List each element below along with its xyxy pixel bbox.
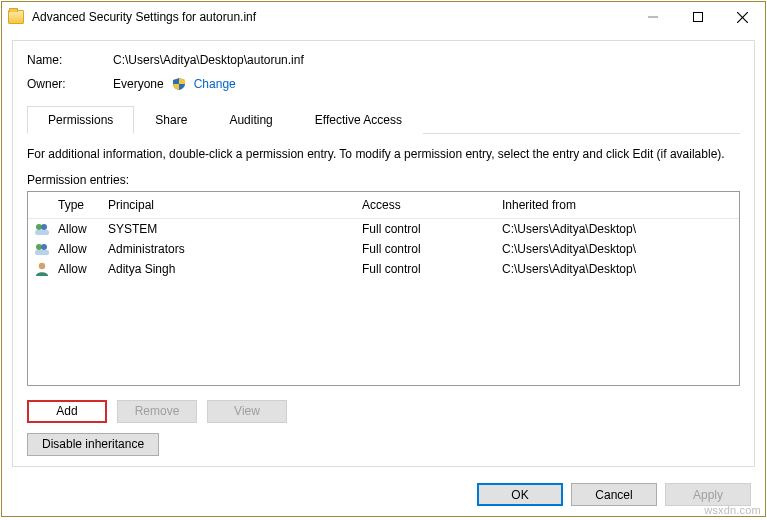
- remove-button[interactable]: Remove: [117, 400, 197, 423]
- table-row[interactable]: Allow Aditya Singh Full control C:\Users…: [28, 259, 739, 279]
- cell-access: Full control: [362, 222, 502, 236]
- svg-point-10: [39, 263, 45, 269]
- maximize-button[interactable]: [675, 3, 720, 31]
- folder-icon: [8, 10, 24, 24]
- info-text: For additional information, double-click…: [27, 146, 740, 163]
- col-principal[interactable]: Principal: [108, 198, 362, 212]
- col-type[interactable]: Type: [58, 198, 108, 212]
- tabs: Permissions Share Auditing Effective Acc…: [27, 105, 740, 134]
- svg-rect-6: [35, 230, 49, 235]
- svg-point-5: [41, 224, 47, 230]
- cell-inherited: C:\Users\Aditya\Desktop\: [502, 262, 733, 276]
- table-row[interactable]: Allow SYSTEM Full control C:\Users\Adity…: [28, 219, 739, 239]
- svg-rect-9: [35, 250, 49, 255]
- window-title: Advanced Security Settings for autorun.i…: [32, 10, 630, 24]
- cell-principal: Administrators: [108, 242, 362, 256]
- svg-point-8: [41, 244, 47, 250]
- owner-value: Everyone: [113, 77, 164, 91]
- minimize-button[interactable]: [630, 3, 675, 31]
- content-panel: Name: C:\Users\Aditya\Desktop\autorun.in…: [12, 40, 755, 467]
- name-value: C:\Users\Aditya\Desktop\autorun.inf: [113, 53, 304, 67]
- cell-principal: Aditya Singh: [108, 262, 362, 276]
- grid-header: Type Principal Access Inherited from: [28, 192, 739, 219]
- name-label: Name:: [27, 53, 113, 67]
- cell-type: Allow: [58, 262, 108, 276]
- disable-inheritance-button[interactable]: Disable inheritance: [27, 433, 159, 456]
- cell-type: Allow: [58, 242, 108, 256]
- view-button[interactable]: View: [207, 400, 287, 423]
- cell-inherited: C:\Users\Aditya\Desktop\: [502, 222, 733, 236]
- svg-rect-1: [693, 13, 702, 22]
- table-row[interactable]: Allow Administrators Full control C:\Use…: [28, 239, 739, 259]
- tab-effective-access[interactable]: Effective Access: [294, 106, 423, 134]
- change-owner-link[interactable]: Change: [194, 77, 236, 91]
- cell-access: Full control: [362, 262, 502, 276]
- close-button[interactable]: [720, 3, 765, 31]
- owner-row: Owner: Everyone Change: [27, 77, 740, 91]
- col-inherited[interactable]: Inherited from: [502, 198, 733, 212]
- permission-entries-label: Permission entries:: [27, 173, 740, 187]
- tab-auditing[interactable]: Auditing: [208, 106, 293, 134]
- cell-inherited: C:\Users\Aditya\Desktop\: [502, 242, 733, 256]
- name-row: Name: C:\Users\Aditya\Desktop\autorun.in…: [27, 53, 740, 67]
- inheritance-row: Disable inheritance: [27, 433, 740, 456]
- titlebar: Advanced Security Settings for autorun.i…: [2, 2, 765, 32]
- tab-share[interactable]: Share: [134, 106, 208, 134]
- apply-button[interactable]: Apply: [665, 483, 751, 506]
- ok-button[interactable]: OK: [477, 483, 563, 506]
- group-icon: [34, 241, 50, 257]
- add-button[interactable]: Add: [27, 400, 107, 423]
- security-settings-window: Advanced Security Settings for autorun.i…: [1, 1, 766, 517]
- cell-type: Allow: [58, 222, 108, 236]
- dialog-footer: OK Cancel Apply: [2, 475, 765, 516]
- shield-icon: [172, 77, 186, 91]
- tab-permissions[interactable]: Permissions: [27, 106, 134, 134]
- col-access[interactable]: Access: [362, 198, 502, 212]
- owner-label: Owner:: [27, 77, 113, 91]
- action-buttons: Add Remove View: [27, 400, 740, 423]
- cell-principal: SYSTEM: [108, 222, 362, 236]
- cancel-button[interactable]: Cancel: [571, 483, 657, 506]
- permission-grid[interactable]: Type Principal Access Inherited from All…: [27, 191, 740, 386]
- group-icon: [34, 221, 50, 237]
- user-icon: [34, 261, 50, 277]
- cell-access: Full control: [362, 242, 502, 256]
